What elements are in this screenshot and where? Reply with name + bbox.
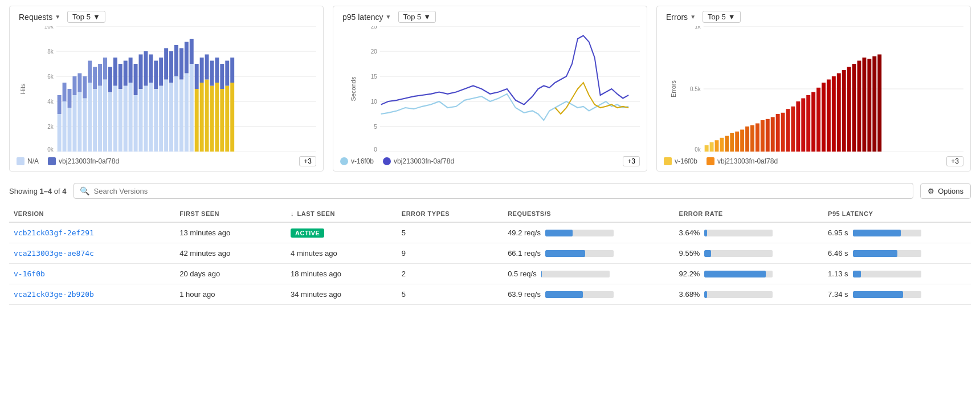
svg-text:10k: 10k bbox=[44, 26, 54, 30]
svg-rect-44 bbox=[144, 86, 148, 152]
cell-requests-s: 66.1 req/s bbox=[503, 243, 674, 264]
errors-top-btn[interactable]: Top 5 ▼ bbox=[703, 11, 741, 23]
error-rate-bar-cell: 3.64% bbox=[679, 228, 819, 237]
svg-rect-30 bbox=[98, 64, 102, 86]
search-input[interactable] bbox=[94, 187, 908, 195]
svg-rect-14 bbox=[68, 108, 72, 152]
svg-rect-115 bbox=[740, 130, 744, 152]
svg-rect-36 bbox=[129, 83, 133, 152]
errors-title: Errors bbox=[666, 13, 688, 22]
requests-top-chevron-icon: ▼ bbox=[93, 13, 100, 21]
svg-rect-113 bbox=[730, 133, 734, 152]
p95-more-btn[interactable]: +3 bbox=[623, 156, 640, 166]
col-error-types: ERROR TYPES bbox=[397, 206, 503, 222]
cell-version[interactable]: v-16f0b bbox=[9, 264, 175, 284]
latency-bar-cell: 6.46 s bbox=[828, 249, 966, 258]
latency-bar-cell: 1.13 s bbox=[828, 270, 966, 278]
version-id[interactable]: vca213003ge-ae874c bbox=[14, 249, 94, 258]
cell-last-seen: 18 minutes ago bbox=[286, 264, 397, 284]
latency-bar-cell: 6.95 s bbox=[828, 228, 966, 237]
error-rate-bar-fill bbox=[704, 291, 707, 298]
cell-version[interactable]: vcb21ck03gf-2ef291 bbox=[9, 222, 175, 243]
col-last-seen[interactable]: ↓ LAST SEEN bbox=[286, 206, 397, 222]
svg-rect-142 bbox=[877, 55, 881, 152]
requests-top-btn[interactable]: Top 5 ▼ bbox=[67, 11, 105, 23]
errors-title-btn[interactable]: Errors ▼ bbox=[664, 11, 698, 23]
version-id[interactable]: vca21ck03ge-2b920b bbox=[14, 290, 94, 299]
requests-value: 66.1 req/s bbox=[508, 249, 541, 258]
svg-rect-22 bbox=[83, 99, 87, 152]
options-button[interactable]: ⚙ Options bbox=[920, 183, 971, 199]
svg-rect-55 bbox=[174, 76, 178, 152]
svg-text:0k: 0k bbox=[695, 146, 701, 152]
svg-rect-70 bbox=[215, 83, 219, 152]
errors-y-label: Errors bbox=[670, 80, 677, 97]
requests-bar-fill bbox=[545, 250, 585, 257]
svg-rect-140 bbox=[867, 59, 871, 152]
requests-bar-cell: 0.5 req/s bbox=[508, 270, 669, 278]
requests-value: 63.9 req/s bbox=[508, 290, 541, 299]
col-version: VERSION bbox=[9, 206, 175, 222]
requests-na-swatch bbox=[17, 157, 24, 165]
svg-rect-138 bbox=[858, 61, 861, 152]
svg-rect-58 bbox=[190, 64, 194, 152]
p95-top-btn[interactable]: Top 5 ▼ bbox=[398, 11, 436, 23]
svg-rect-52 bbox=[159, 86, 163, 152]
svg-rect-117 bbox=[750, 125, 754, 152]
requests-bar-cell: 66.1 req/s bbox=[508, 249, 669, 258]
cell-version[interactable]: vca213003ge-ae874c bbox=[9, 243, 175, 264]
svg-rect-69 bbox=[210, 86, 214, 152]
cell-p95-latency: 6.95 s bbox=[823, 222, 971, 243]
svg-rect-79 bbox=[220, 64, 224, 89]
svg-rect-125 bbox=[791, 107, 795, 152]
cell-version[interactable]: vca21ck03ge-2b920b bbox=[9, 284, 175, 305]
latency-bar-fill bbox=[853, 291, 904, 298]
svg-text:0k: 0k bbox=[47, 146, 54, 152]
svg-rect-73 bbox=[230, 83, 234, 152]
latency-bar-fill bbox=[853, 230, 901, 236]
error-rate-value: 3.68% bbox=[679, 290, 700, 299]
error-rate-bar-track bbox=[704, 230, 773, 236]
p95-title-btn[interactable]: p95 latency ▼ bbox=[340, 11, 394, 23]
svg-rect-49 bbox=[144, 51, 148, 86]
showing-total: 4 bbox=[62, 187, 66, 195]
col-last-seen-label: LAST SEEN bbox=[297, 210, 335, 217]
p95-legend-v16: v-16f0b bbox=[340, 157, 374, 165]
svg-rect-20 bbox=[72, 76, 76, 95]
requests-title-btn[interactable]: Requests ▼ bbox=[17, 11, 63, 23]
svg-rect-25 bbox=[98, 86, 102, 152]
svg-rect-27 bbox=[83, 76, 87, 99]
svg-rect-18 bbox=[63, 83, 67, 101]
errors-legend-vbj: vbj213003fn-0af78d bbox=[707, 157, 778, 165]
latency-value: 6.95 s bbox=[828, 228, 848, 237]
requests-legend-vbj: vbj213003fn-0af78d bbox=[48, 157, 119, 165]
requests-bar-cell: 63.9 req/s bbox=[508, 290, 669, 299]
latency-bar-track bbox=[853, 271, 921, 277]
svg-text:0.5k: 0.5k bbox=[690, 86, 701, 93]
error-rate-bar-cell: 3.68% bbox=[679, 290, 819, 299]
cell-error-types: 5 bbox=[397, 284, 503, 305]
errors-more-btn[interactable]: +3 bbox=[946, 156, 963, 166]
errors-vbj-swatch bbox=[707, 157, 714, 165]
svg-rect-57 bbox=[185, 74, 189, 152]
latency-value: 1.13 s bbox=[828, 270, 848, 278]
p95-top-label: Top 5 bbox=[403, 13, 422, 21]
version-id[interactable]: v-16f0b bbox=[14, 270, 45, 278]
p95-vbj-swatch bbox=[383, 157, 391, 165]
requests-bar-track bbox=[545, 291, 614, 298]
p95-v16-swatch bbox=[340, 157, 348, 165]
errors-legend: v-16f0b vbj213003fn-0af78d +3 bbox=[664, 156, 963, 166]
svg-rect-24 bbox=[93, 89, 97, 152]
cell-first-seen: 20 days ago bbox=[175, 264, 286, 284]
svg-rect-81 bbox=[230, 58, 234, 83]
col-error-rate: ERROR RATE bbox=[675, 206, 824, 222]
svg-text:10: 10 bbox=[371, 99, 377, 105]
version-id[interactable]: vcb21ck03gf-2ef291 bbox=[14, 228, 94, 237]
svg-rect-34 bbox=[119, 89, 122, 152]
requests-more-btn[interactable]: +3 bbox=[299, 156, 316, 166]
search-box[interactable]: 🔍 bbox=[74, 183, 914, 199]
svg-rect-61 bbox=[169, 51, 173, 83]
errors-chart-header: Errors ▼ Top 5 ▼ bbox=[664, 11, 963, 23]
svg-rect-76 bbox=[205, 55, 209, 80]
cell-error-types: 9 bbox=[397, 243, 503, 264]
